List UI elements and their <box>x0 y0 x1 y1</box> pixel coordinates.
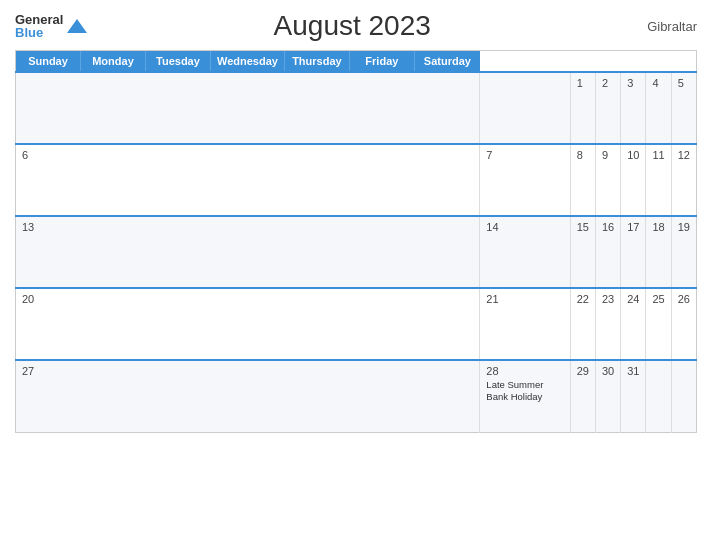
cal-cell: 25 <box>646 288 671 360</box>
day-number: 1 <box>577 77 589 89</box>
calendar-header-row: Sunday Monday Tuesday Wednesday Thursday… <box>16 51 480 71</box>
cal-cell <box>480 72 570 144</box>
day-number: 31 <box>627 365 639 377</box>
calendar-title: August 2023 <box>87 10 617 42</box>
col-saturday: Saturday <box>415 51 480 71</box>
cal-cell <box>671 360 696 432</box>
day-number: 16 <box>602 221 614 233</box>
day-number: 13 <box>22 221 473 233</box>
country-label: Gibraltar <box>617 19 697 34</box>
cal-cell: 26 <box>671 288 696 360</box>
cal-cell: 14 <box>480 216 570 288</box>
cal-cell: 7 <box>480 144 570 216</box>
cal-cell: 10 <box>621 144 646 216</box>
day-number: 29 <box>577 365 589 377</box>
cal-cell: 30 <box>595 360 620 432</box>
cal-cell: 4 <box>646 72 671 144</box>
day-number: 10 <box>627 149 639 161</box>
day-number: 23 <box>602 293 614 305</box>
calendar-week-1: 12345 <box>16 72 697 144</box>
day-number: 11 <box>652 149 664 161</box>
cal-cell: 5 <box>671 72 696 144</box>
day-number: 26 <box>678 293 690 305</box>
cal-cell <box>646 360 671 432</box>
cal-cell: 3 <box>621 72 646 144</box>
cal-cell: 13 <box>16 216 480 288</box>
day-number: 8 <box>577 149 589 161</box>
cal-cell: 22 <box>570 288 595 360</box>
cal-cell: 11 <box>646 144 671 216</box>
cal-cell: 17 <box>621 216 646 288</box>
day-number: 30 <box>602 365 614 377</box>
calendar-week-3: 13141516171819 <box>16 216 697 288</box>
cal-cell: 2 <box>595 72 620 144</box>
cal-cell <box>16 72 480 144</box>
day-number: 3 <box>627 77 639 89</box>
logo-flag-icon <box>67 19 87 33</box>
calendar-week-5: 2728Late Summer Bank Holiday293031 <box>16 360 697 432</box>
logo: General Blue <box>15 13 87 39</box>
day-number: 17 <box>627 221 639 233</box>
page: General Blue August 2023 Gibraltar Sunda… <box>0 0 712 550</box>
day-number: 4 <box>652 77 664 89</box>
col-tuesday: Tuesday <box>146 51 211 71</box>
day-number: 22 <box>577 293 589 305</box>
day-number: 9 <box>602 149 614 161</box>
cal-cell: 15 <box>570 216 595 288</box>
day-number: 20 <box>22 293 473 305</box>
day-number: 27 <box>22 365 473 377</box>
header: General Blue August 2023 Gibraltar <box>15 10 697 42</box>
col-monday: Monday <box>81 51 146 71</box>
day-number: 5 <box>678 77 690 89</box>
col-thursday: Thursday <box>285 51 350 71</box>
day-number: 7 <box>486 149 563 161</box>
day-number: 24 <box>627 293 639 305</box>
cal-cell: 6 <box>16 144 480 216</box>
cal-cell: 27 <box>16 360 480 432</box>
cal-cell: 1 <box>570 72 595 144</box>
cal-cell: 24 <box>621 288 646 360</box>
day-number: 25 <box>652 293 664 305</box>
col-sunday: Sunday <box>16 51 81 71</box>
day-number: 2 <box>602 77 614 89</box>
cal-cell: 31 <box>621 360 646 432</box>
day-number: 21 <box>486 293 563 305</box>
cal-cell: 28Late Summer Bank Holiday <box>480 360 570 432</box>
day-number: 28 <box>486 365 563 377</box>
cal-cell: 12 <box>671 144 696 216</box>
cal-cell: 18 <box>646 216 671 288</box>
logo-blue: Blue <box>15 26 63 39</box>
cal-cell: 21 <box>480 288 570 360</box>
cal-cell: 19 <box>671 216 696 288</box>
day-number: 15 <box>577 221 589 233</box>
col-wednesday: Wednesday <box>211 51 285 71</box>
cal-cell: 23 <box>595 288 620 360</box>
cal-cell: 20 <box>16 288 480 360</box>
day-number: 14 <box>486 221 563 233</box>
calendar-week-4: 20212223242526 <box>16 288 697 360</box>
svg-marker-0 <box>67 19 87 33</box>
cal-cell: 16 <box>595 216 620 288</box>
cal-cell: 9 <box>595 144 620 216</box>
day-number: 12 <box>678 149 690 161</box>
day-number: 6 <box>22 149 473 161</box>
cal-cell: 8 <box>570 144 595 216</box>
calendar-table: Sunday Monday Tuesday Wednesday Thursday… <box>15 50 697 433</box>
day-number: 18 <box>652 221 664 233</box>
day-number: 19 <box>678 221 690 233</box>
cal-cell: 29 <box>570 360 595 432</box>
col-friday: Friday <box>350 51 415 71</box>
calendar-event: Late Summer Bank Holiday <box>486 379 563 404</box>
calendar-week-2: 6789101112 <box>16 144 697 216</box>
